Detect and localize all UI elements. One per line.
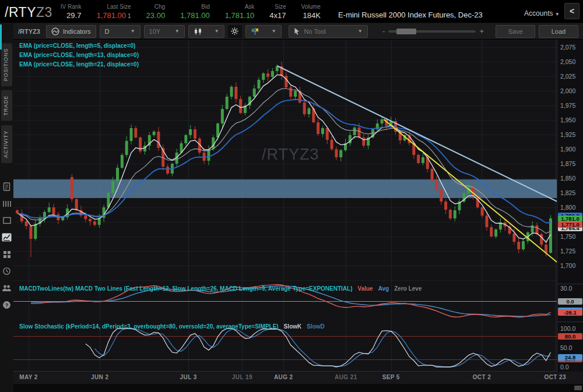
macd-study-label: MACDTwoLines(tw) MACD Two Lines (Fast Le… (19, 285, 422, 292)
stochastic-study-label: Slow Stochastic (kPeriod=14, dPeriod=3, … (19, 323, 325, 330)
price-tick: 1,700 (560, 262, 575, 269)
quote-header: /RTYZ3 IV Rank29.7Last Size1,781.001Chg2… (0, 0, 583, 23)
stat-value: 4x17 (269, 11, 286, 20)
price-tick: 1,800 (560, 204, 575, 211)
zoom-slider-handle[interactable] (396, 29, 416, 34)
gear-icon (230, 27, 239, 36)
price-axis[interactable]: 2,0752,0502,0252,0001,9751,9501,9251,900… (557, 40, 583, 372)
date-label: JUL 19 (232, 374, 252, 380)
stat-value: 23.00 (146, 11, 166, 20)
scroll-corner (574, 386, 582, 390)
macd-pane[interactable]: MACDTwoLines(tw) MACD Two Lines (Fast Le… (13, 284, 557, 322)
symbol-watermark: /RTYZ3 (262, 145, 319, 163)
price-tick: 1,825 (560, 189, 575, 196)
quote-stat: Ask1,781.10 (225, 3, 255, 20)
time-axis[interactable]: MAY 2JUN 2JUL 3JUL 19AUG 2AUG 21SEP 5OCT… (13, 372, 583, 384)
contract-description: E-mini Russell 2000 Index Futures, Dec-2… (338, 10, 483, 19)
trading-platform: /RTYZ3 IV Rank29.7Last Size1,781.001Chg2… (0, 0, 583, 392)
drawing-set-dropdown[interactable]: ▼ (245, 25, 282, 38)
help-icon[interactable]: ? (2, 301, 12, 310)
stoch-tick: 100.0 (560, 325, 575, 332)
stochastic-pane[interactable]: Slow Stochastic (kPeriod=14, dPeriod=3, … (13, 322, 557, 372)
drawing-tools-icon (251, 27, 259, 36)
ema-label-1[interactable]: EMA (price=CLOSE, length=13, displace=0) (19, 52, 139, 58)
sidebar-tab-activity[interactable]: ACTIVITY (1, 125, 12, 163)
sidebar-tab-positions[interactable]: POSITIONS (1, 43, 12, 86)
grid-icon[interactable] (2, 250, 12, 259)
date-label: OCT 2 (473, 374, 491, 380)
quote-stat: Volume184K (301, 3, 321, 20)
range-dropdown[interactable]: 10Y▼ (144, 25, 185, 38)
stat-label: IV Rank (61, 3, 82, 10)
price-tick: 1,925 (560, 131, 575, 138)
macd-study-name[interactable]: MACDTwoLines(tw) MACD Two Lines (Fast Le… (19, 285, 353, 292)
legend-avg: Avg (378, 285, 389, 292)
cursor-icon (294, 27, 300, 35)
date-label: AUG 21 (335, 374, 357, 380)
columns-icon[interactable] (2, 199, 12, 209)
chevron-down-icon: ▼ (215, 29, 219, 34)
chevron-down-icon: ▾ (556, 11, 559, 17)
indicators-button[interactable]: Indicators (46, 25, 96, 38)
quote-stat: IV Rank29.7 (61, 3, 82, 20)
price-tick: 1,875 (560, 160, 575, 167)
bottom-gutter (13, 384, 583, 392)
stat-label: Last Size (96, 3, 131, 10)
stat-value: 1,781.10 (225, 11, 255, 20)
ema-label-2[interactable]: EMA (price=CLOSE, length=21, displace=0) (19, 61, 139, 68)
ema-label-0[interactable]: EMA (price=CLOSE, length=5, displace=0) (19, 43, 139, 49)
community-icon[interactable] (2, 284, 12, 293)
stoch-badge: 80.0 (558, 333, 582, 340)
window-icon[interactable] (2, 216, 12, 225)
candlestick-chart-icon (194, 27, 202, 36)
quote-stat: Size4x17 (269, 3, 286, 20)
quote-stat: Last Size1,781.001 (96, 3, 131, 20)
stat-value: 1,781.001 (96, 11, 131, 20)
price-tick: 1,850 (560, 175, 575, 182)
stat-label: Size (269, 3, 286, 10)
symbol-root: /RTY (5, 5, 36, 20)
price-pane[interactable]: /RTYZ3 EMA (price=CLOSE, length=5, displ… (13, 40, 557, 284)
stat-label: Bid (180, 3, 210, 10)
stoch-study-name[interactable]: Slow Stochastic (kPeriod=14, dPeriod=3, … (19, 323, 279, 330)
active-gadget-accent (0, 24, 2, 50)
chevron-down-icon: ▼ (131, 29, 135, 34)
time-zoom-slider: - + (379, 27, 487, 36)
load-button[interactable]: Load (539, 25, 578, 38)
left-rail: POSITIONSTRADEACTIVITY ? (0, 23, 13, 392)
collapse-panel-button[interactable]: < (564, 3, 580, 19)
date-label: MAY 2 (19, 374, 37, 380)
zoom-out-button[interactable]: - (379, 27, 388, 36)
chart-type-dropdown[interactable]: ▼ (188, 25, 224, 38)
accounts-menu[interactable]: Accounts▾ (524, 9, 559, 17)
date-label: AUG 2 (274, 374, 293, 380)
price-tick: 2,075 (560, 44, 575, 51)
timeframe-dropdown[interactable]: D▼ (100, 25, 141, 38)
stat-label: Volume (301, 3, 321, 10)
legend-slowd: SlowD (307, 323, 325, 330)
indicators-icon (51, 27, 59, 36)
save-button[interactable]: Save (496, 25, 535, 38)
stat-value: 29.7 (61, 11, 82, 20)
zoom-slider-track[interactable] (388, 30, 476, 33)
zoom-in-button[interactable]: + (476, 27, 487, 36)
history-icon[interactable] (2, 267, 12, 276)
sidebar-tab-trade[interactable]: TRADE (1, 90, 12, 121)
legend-zero leve: Zero Leve (394, 285, 422, 292)
quote-stat: Bid1,781.00 (180, 3, 210, 20)
chart-settings-button[interactable] (228, 25, 242, 38)
stoch-badge: 24.8 (558, 354, 582, 361)
chevron-down-icon: ▼ (272, 29, 276, 34)
price-tick: 1,950 (560, 116, 575, 123)
document-icon[interactable] (2, 182, 12, 192)
stat-label: Ask (225, 3, 255, 10)
active-chart-icon[interactable] (2, 233, 12, 242)
symbol-input[interactable]: /RTYZ3 (18, 28, 40, 35)
price-badge: 1,781.0 (558, 216, 582, 222)
stat-value: 184K (301, 11, 321, 20)
chart-toolbar: /RTYZ3 Indicators D▼ 10Y▼ ▼ ▼ No Tool ▼ … (13, 23, 583, 40)
price-tick: 1,750 (560, 233, 575, 240)
price-tick: 2,025 (560, 73, 575, 80)
active-tool-dropdown[interactable]: No Tool ▼ (289, 25, 368, 38)
stat-value: 1,781.00 (180, 11, 210, 20)
